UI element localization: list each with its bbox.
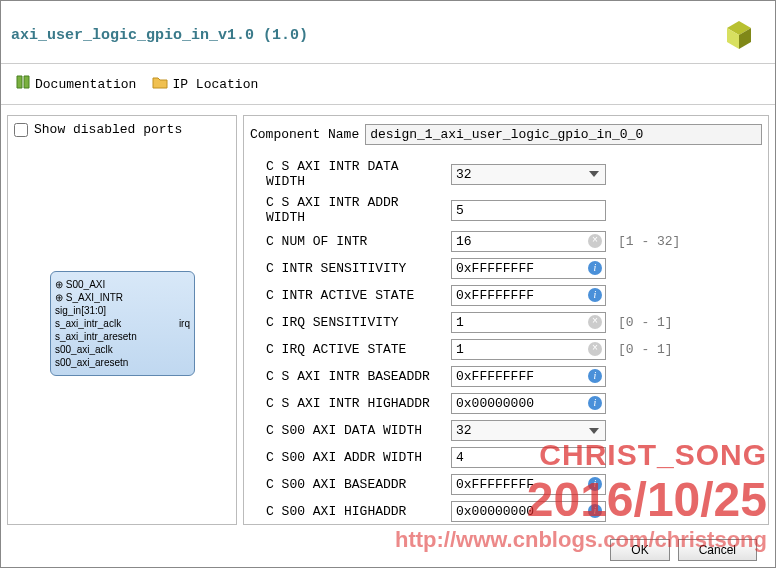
param-row: C S00 AXI HIGHADDRi [250, 501, 762, 522]
clear-icon[interactable]: × [588, 342, 602, 356]
param-label: C S00 AXI BASEADDR [250, 477, 445, 492]
param-input[interactable] [451, 366, 606, 387]
param-field [451, 447, 606, 468]
param-hint: [0 - 1] [618, 342, 673, 357]
param-label: C S AXI INTR DATA WIDTH [250, 159, 445, 189]
port-in: ⊕ S00_AXI [55, 278, 190, 291]
param-label: C IRQ SENSITIVITY [250, 315, 445, 330]
param-input[interactable]: 32 [451, 164, 606, 185]
info-icon[interactable]: i [588, 477, 602, 491]
dialog-buttons: OK Cancel [610, 539, 757, 561]
param-field: i [451, 258, 606, 279]
param-input[interactable] [451, 258, 606, 279]
info-icon[interactable]: i [588, 261, 602, 275]
param-label: C S AXI INTR HIGHADDR [250, 396, 445, 411]
param-row: C IRQ SENSITIVITY×[0 - 1] [250, 312, 762, 333]
show-disabled-ports-label: Show disabled ports [34, 122, 182, 137]
port-in: s_axi_intr_aclkirq [55, 317, 190, 330]
param-input[interactable] [451, 474, 606, 495]
param-input[interactable] [451, 231, 606, 252]
param-label: C S00 AXI DATA WIDTH [250, 423, 445, 438]
param-field: 32 [451, 420, 606, 441]
param-field: i [451, 501, 606, 522]
ok-button[interactable]: OK [610, 539, 669, 561]
param-field: i [451, 366, 606, 387]
cancel-button[interactable]: Cancel [678, 539, 757, 561]
port-in: s00_axi_aresetn [55, 356, 190, 369]
page-title: axi_user_logic_gpio_in_v1.0 (1.0) [11, 27, 308, 44]
param-field: × [451, 231, 606, 252]
tab-documentation-label: Documentation [35, 77, 136, 92]
component-name-label: Component Name [250, 127, 359, 142]
param-field: × [451, 339, 606, 360]
param-input[interactable] [451, 312, 606, 333]
tab-ip-location-label: IP Location [172, 77, 258, 92]
clear-icon[interactable]: × [588, 234, 602, 248]
param-field: i [451, 285, 606, 306]
param-input[interactable] [451, 285, 606, 306]
info-icon[interactable]: i [588, 369, 602, 383]
param-input[interactable] [451, 339, 606, 360]
port-in: sig_in[31:0] [55, 304, 190, 317]
param-field: i [451, 393, 606, 414]
port-in: s00_axi_aclk [55, 343, 190, 356]
toolbar: Documentation IP Location [1, 64, 775, 105]
vivado-logo-icon [723, 19, 755, 51]
book-icon [15, 74, 31, 94]
param-row: C INTR SENSITIVITYi [250, 258, 762, 279]
block-diagram-panel: Show disabled ports ⊕ S00_AXI⊕ S_AXI_INT… [7, 115, 237, 525]
param-row: C S00 AXI ADDR WIDTH [250, 447, 762, 468]
param-label: C INTR SENSITIVITY [250, 261, 445, 276]
param-row: C S AXI INTR HIGHADDRi [250, 393, 762, 414]
param-label: C S00 AXI HIGHADDR [250, 504, 445, 519]
info-icon[interactable]: i [588, 288, 602, 302]
main: Show disabled ports ⊕ S00_AXI⊕ S_AXI_INT… [1, 105, 775, 531]
param-label: C INTR ACTIVE STATE [250, 288, 445, 303]
param-row: C S AXI INTR DATA WIDTH32 [250, 159, 762, 189]
param-row: C S AXI INTR ADDR WIDTH [250, 195, 762, 225]
param-row: C S00 AXI BASEADDRi [250, 474, 762, 495]
param-row: C S00 AXI DATA WIDTH32 [250, 420, 762, 441]
param-label: C IRQ ACTIVE STATE [250, 342, 445, 357]
param-field: i [451, 474, 606, 495]
param-row: C INTR ACTIVE STATEi [250, 285, 762, 306]
param-label: C S AXI INTR ADDR WIDTH [250, 195, 445, 225]
param-hint: [1 - 32] [618, 234, 680, 249]
param-input[interactable] [451, 393, 606, 414]
tab-documentation[interactable]: Documentation [9, 72, 142, 96]
header: axi_user_logic_gpio_in_v1.0 (1.0) [1, 1, 775, 64]
info-icon[interactable]: i [588, 504, 602, 518]
param-input[interactable] [451, 200, 606, 221]
param-label: C S00 AXI ADDR WIDTH [250, 450, 445, 465]
param-input[interactable] [451, 447, 606, 468]
param-label: C S AXI INTR BASEADDR [250, 369, 445, 384]
clear-icon[interactable]: × [588, 315, 602, 329]
param-input[interactable]: 32 [451, 420, 606, 441]
param-field: × [451, 312, 606, 333]
param-input[interactable] [451, 501, 606, 522]
param-hint: [0 - 1] [618, 315, 673, 330]
param-row: C S AXI INTR BASEADDRi [250, 366, 762, 387]
info-icon[interactable]: i [588, 396, 602, 410]
param-row: C NUM OF INTR×[1 - 32] [250, 231, 762, 252]
tab-ip-location[interactable]: IP Location [146, 72, 264, 96]
parameters-panel: Component Name C S AXI INTR DATA WIDTH32… [243, 115, 769, 525]
port-in: s_axi_intr_aresetn [55, 330, 190, 343]
folder-icon [152, 74, 168, 94]
param-row: C IRQ ACTIVE STATE×[0 - 1] [250, 339, 762, 360]
param-field [451, 200, 606, 221]
param-label: C NUM OF INTR [250, 234, 445, 249]
port-in: ⊕ S_AXI_INTR [55, 291, 190, 304]
ip-block-symbol[interactable]: ⊕ S00_AXI⊕ S_AXI_INTRsig_in[31:0]s_axi_i… [50, 271, 195, 376]
component-name-input[interactable] [365, 124, 762, 145]
show-disabled-ports-checkbox[interactable] [14, 123, 28, 137]
param-field: 32 [451, 164, 606, 185]
